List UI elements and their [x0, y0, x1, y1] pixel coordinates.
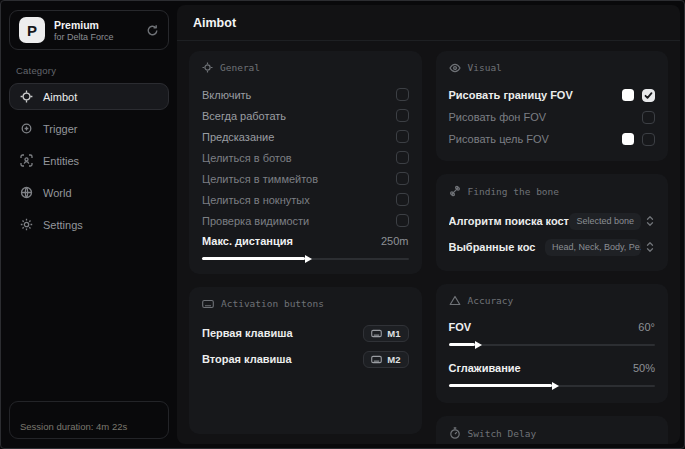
sidebar-item-label: Trigger: [43, 123, 77, 135]
activation-panel-title: Activation buttons: [221, 298, 324, 309]
sidebar-item-aimbot[interactable]: Aimbot: [9, 83, 169, 110]
target-bots-checkbox[interactable]: [396, 151, 409, 164]
chevrons-up-down-icon[interactable]: [645, 215, 655, 227]
content-columns: General Включить Всегда работать Предска…: [177, 41, 680, 444]
smoothing-slider[interactable]: [449, 381, 656, 390]
selected-bones-select[interactable]: Head, Neck, Body, Pe...: [545, 239, 641, 256]
max-distance-value: 250m: [381, 235, 409, 247]
keybind-row: Первая клавиша M1: [202, 320, 409, 346]
sidebar-item-trigger[interactable]: Trigger: [9, 115, 169, 142]
bone-algorithm-label: Алгоритм поиска кост: [449, 215, 570, 227]
always-work-checkbox[interactable]: [396, 109, 409, 122]
gear-icon: [20, 218, 33, 231]
premium-card: P Premium for Delta Force: [9, 10, 169, 50]
visibility-check-checkbox[interactable]: [396, 214, 409, 227]
second-key-label: Вторая клавиша: [202, 353, 292, 365]
second-key-button[interactable]: M2: [363, 351, 408, 368]
switch-delay-panel-title: Switch Delay: [468, 428, 537, 439]
option-label: Включить: [202, 89, 251, 101]
slider-fill: [449, 384, 552, 387]
general-panel: General Включить Всегда работать Предска…: [189, 51, 422, 274]
slider-fill: [449, 343, 476, 346]
sidebar-item-settings[interactable]: Settings: [9, 211, 169, 238]
option-label: Всегда работать: [202, 110, 286, 122]
entities-icon: [20, 154, 33, 167]
sidebar-item-label: Settings: [43, 219, 83, 231]
slider-fill: [202, 257, 305, 260]
first-key-value: M1: [387, 328, 400, 339]
stopwatch-icon: [449, 427, 461, 439]
sidebar-item-entities[interactable]: Entities: [9, 147, 169, 174]
keybind-row: Вторая клавиша M2: [202, 346, 409, 372]
fov-slider-group: FOV 60°: [449, 317, 656, 349]
max-distance-slider[interactable]: [202, 254, 409, 263]
bone-algorithm-select[interactable]: Selected bone: [569, 213, 641, 230]
option-label: Целиться в ботов: [202, 152, 292, 164]
main-area: Aimbot General Включи: [177, 5, 680, 444]
fov-background-label: Рисовать фон FOV: [449, 111, 547, 123]
enable-checkbox[interactable]: [396, 88, 409, 101]
fov-slider[interactable]: [449, 340, 656, 349]
option-row: Рисовать цель FOV: [449, 128, 656, 150]
switch-delay-panel-header: Switch Delay: [449, 427, 656, 439]
slider-thumb[interactable]: [552, 382, 559, 390]
fov-border-checkbox[interactable]: [642, 89, 655, 102]
second-key-value: M2: [387, 354, 400, 365]
refresh-icon[interactable]: [146, 24, 159, 37]
target-teammates-checkbox[interactable]: [396, 172, 409, 185]
right-column: Visual Рисовать границу FOV: [436, 51, 669, 434]
fov-value: 60°: [638, 321, 655, 333]
visual-panel: Visual Рисовать границу FOV: [436, 51, 669, 161]
option-row: Целиться в тиммейтов: [202, 168, 409, 189]
accuracy-panel: Accuracy FOV 60°: [436, 284, 669, 403]
fov-target-checkbox[interactable]: [642, 133, 655, 146]
bone-panel-header: Finding the bone: [449, 185, 656, 197]
fov-border-label: Рисовать границу FOV: [449, 89, 573, 101]
keyboard-icon: [371, 329, 382, 338]
activation-panel-header: Activation buttons: [202, 298, 409, 309]
max-distance-label: Макс. дистанция: [202, 235, 293, 247]
first-key-button[interactable]: M1: [363, 325, 408, 342]
app-logo: P: [19, 17, 45, 43]
option-row: Рисовать границу FOV: [449, 84, 656, 106]
fov-background-checkbox[interactable]: [642, 111, 655, 124]
app-window: P Premium for Delta Force Category Aimbo…: [0, 0, 685, 449]
visual-panel-header: Visual: [449, 62, 656, 73]
target-knocked-checkbox[interactable]: [396, 193, 409, 206]
visual-panel-title: Visual: [468, 62, 502, 73]
slider-thumb[interactable]: [305, 255, 312, 263]
session-card: Session duration: 4m 22s: [9, 401, 169, 439]
sidebar-item-label: Entities: [43, 155, 79, 167]
globe-icon: [20, 186, 33, 199]
keyboard-icon: [202, 299, 214, 309]
premium-text: Premium for Delta Force: [54, 19, 114, 42]
chevrons-up-down-icon[interactable]: [645, 241, 655, 253]
bone-panel-title: Finding the bone: [468, 186, 560, 197]
first-key-label: Первая клавиша: [202, 327, 293, 339]
option-row: Всегда работать: [202, 105, 409, 126]
fov-border-color-swatch[interactable]: [622, 89, 634, 101]
fov-label: FOV: [449, 321, 472, 333]
smoothing-value: 50%: [633, 362, 655, 374]
general-panel-header: General: [202, 62, 409, 73]
activation-panel: Activation buttons Первая клавиша M1: [189, 287, 422, 434]
sidebar-item-label: World: [43, 187, 72, 199]
smoothing-slider-group: Сглаживание 50%: [449, 358, 656, 390]
slider-thumb[interactable]: [475, 341, 482, 349]
sidebar-item-label: Aimbot: [43, 91, 77, 103]
option-label: Проверка видимости: [202, 215, 309, 227]
prediction-checkbox[interactable]: [396, 130, 409, 143]
sidebar-item-world[interactable]: World: [9, 179, 169, 206]
accuracy-panel-header: Accuracy: [449, 295, 656, 306]
option-row: Рисовать фон FOV: [449, 106, 656, 128]
fov-target-label: Рисовать цель FOV: [449, 133, 549, 145]
switch-delay-panel: Switch Delay Задержка переключения Задер…: [436, 416, 669, 444]
option-label: Целиться в тиммейтов: [202, 173, 318, 185]
selected-bones-row: Выбранные кос Head, Neck, Body, Pe...: [449, 234, 656, 260]
smoothing-label: Сглаживание: [449, 362, 521, 374]
max-distance-row: Макс. дистанция 250m: [202, 231, 409, 251]
fov-target-color-swatch[interactable]: [622, 133, 634, 145]
scan-icon: [202, 62, 213, 73]
eye-icon: [449, 63, 461, 73]
selected-bones-label: Выбранные кос: [449, 241, 546, 253]
